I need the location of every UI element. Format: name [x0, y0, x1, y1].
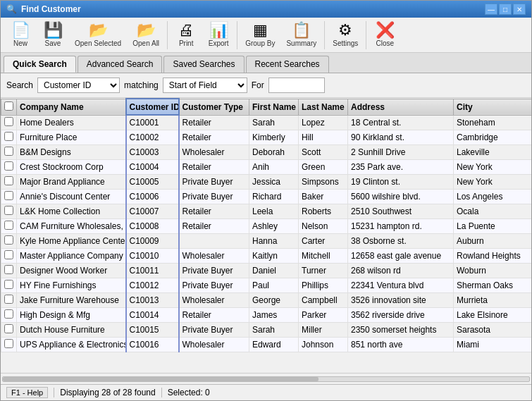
table-row[interactable]: Kyle Home Appliance Center C10009 Hanna … — [1, 233, 532, 248]
row-checkbox-cell[interactable] — [1, 115, 17, 130]
row-checkbox[interactable] — [4, 176, 13, 185]
row-company: Furniture Place — [17, 130, 126, 144]
save-button[interactable]: 💾 Save — [37, 20, 68, 49]
row-checkbox-cell[interactable] — [1, 159, 17, 174]
row-checkbox-cell[interactable] — [1, 144, 17, 159]
table-row[interactable]: L&K Home Collection C10007 Retailer Leel… — [1, 204, 532, 218]
row-address: 38 Osborne st. — [348, 233, 454, 248]
table-row[interactable]: High Design & Mfg C10014 Retailer James … — [1, 307, 532, 322]
row-checkbox[interactable] — [4, 221, 13, 230]
horizontal-scrollbar[interactable] — [1, 373, 531, 384]
row-company: UPS Appliance & Electronics — [17, 337, 126, 352]
row-lastname: Baker — [299, 189, 348, 204]
table-row[interactable]: CAM Furniture Wholesales, Inc. C10008 Re… — [1, 218, 532, 233]
table-row[interactable]: Annie's Discount Center C10006 Private B… — [1, 189, 532, 204]
row-checkbox-cell[interactable] — [1, 337, 17, 352]
table-row[interactable]: Furniture Place C10002 Retailer Kimberly… — [1, 130, 532, 144]
table-row[interactable]: Designer Wood Worker C10011 Private Buye… — [1, 263, 532, 278]
table-row[interactable]: UPS Appliance & Electronics C10016 Whole… — [1, 337, 532, 352]
tab-recent-searches[interactable]: Recent Searches — [246, 56, 329, 73]
table-row[interactable]: HY Fine Furnishings C10012 Private Buyer… — [1, 278, 532, 292]
row-checkbox[interactable] — [4, 280, 13, 289]
row-city: Murrieta — [454, 292, 532, 307]
row-checkbox-cell[interactable] — [1, 130, 17, 144]
table-row[interactable]: Home Dealers C10001 Retailer Sarah Lopez… — [1, 115, 532, 130]
open-selected-button[interactable]: 📂 Open Selected — [70, 20, 126, 49]
group-by-button[interactable]: ▦ Group By — [240, 20, 280, 49]
row-firstname: James — [249, 307, 299, 322]
table-row[interactable]: B&M Designs C10003 Wholesaler Deborah Sc… — [1, 144, 532, 159]
minimize-button[interactable]: — — [485, 4, 497, 15]
new-button[interactable]: 📄 New — [5, 20, 36, 49]
row-checkbox[interactable] — [4, 235, 13, 245]
row-checkbox-cell[interactable] — [1, 278, 17, 292]
row-checkbox[interactable] — [4, 117, 13, 126]
table-row[interactable]: Dutch House Furniture C10015 Private Buy… — [1, 322, 532, 337]
row-checkbox[interactable] — [4, 191, 13, 200]
header-lastname[interactable]: Last Name — [299, 99, 348, 115]
matching-label: matching — [124, 80, 159, 90]
row-checkbox-cell[interactable] — [1, 248, 17, 263]
header-custid[interactable]: Customer ID — [126, 99, 179, 115]
title-bar: 🔍 Find Customer — □ ✕ — [1, 1, 531, 18]
row-checkbox[interactable] — [4, 265, 13, 274]
header-firstname[interactable]: First Name — [249, 99, 299, 115]
row-checkbox-cell[interactable] — [1, 307, 17, 322]
header-city[interactable]: City — [454, 99, 532, 115]
row-city: Woburn — [454, 263, 532, 278]
new-icon: 📄 — [11, 23, 30, 38]
settings-button[interactable]: ⚙ Settings — [328, 20, 363, 49]
row-checkbox[interactable] — [4, 295, 13, 304]
search-input[interactable] — [268, 78, 325, 93]
tab-saved-searches[interactable]: Saved Searches — [163, 56, 244, 73]
row-checkbox[interactable] — [4, 250, 13, 259]
row-city: New York — [454, 159, 532, 174]
row-lastname: Hill — [299, 130, 348, 144]
row-checkbox-cell[interactable] — [1, 174, 17, 189]
row-checkbox[interactable] — [4, 324, 13, 333]
tab-quick-search[interactable]: Quick Search — [4, 56, 76, 73]
match-type-select[interactable]: Start of Field Contains Exact Match — [163, 78, 247, 93]
table-row[interactable]: Major Brand Appliance C10005 Private Buy… — [1, 174, 532, 189]
row-checkbox-cell[interactable] — [1, 189, 17, 204]
select-all-checkbox[interactable] — [4, 101, 13, 111]
row-checkbox[interactable] — [4, 161, 13, 171]
close-window-button[interactable]: ❌ Close — [369, 20, 400, 49]
row-checkbox[interactable] — [4, 339, 13, 348]
tab-advanced-search[interactable]: Advanced Search — [78, 56, 163, 73]
print-button[interactable]: 🖨 Print — [171, 20, 202, 49]
row-custtype: Private Buyer — [179, 322, 249, 337]
search-field-select[interactable]: Customer ID Company Name First Name Last… — [37, 78, 120, 93]
close-button[interactable]: ✕ — [513, 4, 526, 15]
group-by-label: Group By — [245, 39, 275, 47]
table-row[interactable]: Master Appliance Company C10010 Wholesal… — [1, 248, 532, 263]
header-address[interactable]: Address — [348, 99, 454, 115]
results-table-area[interactable]: Company Name Customer ID Customer Type F… — [1, 98, 531, 373]
export-button[interactable]: 📊 Export — [203, 20, 234, 49]
summary-button[interactable]: 📋 Summary — [281, 20, 321, 49]
row-lastname: Parker — [299, 307, 348, 322]
row-custid: C10011 — [126, 263, 179, 278]
header-company[interactable]: Company Name — [17, 99, 126, 115]
row-checkbox-cell[interactable] — [1, 263, 17, 278]
row-checkbox[interactable] — [4, 206, 13, 215]
maximize-button[interactable]: □ — [499, 4, 512, 15]
table-row[interactable]: Crest Stockroom Corp C10004 Retailer Ani… — [1, 159, 532, 174]
header-checkbox[interactable] — [1, 99, 17, 115]
row-address: 3526 innovation site — [348, 292, 454, 307]
row-checkbox-cell[interactable] — [1, 322, 17, 337]
table-row[interactable]: Jake Furniture Warehouse C10013 Wholesal… — [1, 292, 532, 307]
open-all-button[interactable]: 📂 Open All — [128, 20, 164, 49]
row-custtype: Retailer — [179, 218, 249, 233]
row-checkbox-cell[interactable] — [1, 233, 17, 248]
row-custid: C10014 — [126, 307, 179, 322]
row-checkbox-cell[interactable] — [1, 218, 17, 233]
row-custtype: Retailer — [179, 159, 249, 174]
row-checkbox[interactable] — [4, 309, 13, 319]
row-checkbox-cell[interactable] — [1, 204, 17, 218]
selected-count: Selected: 0 — [168, 388, 210, 397]
header-custtype[interactable]: Customer Type — [179, 99, 249, 115]
row-checkbox-cell[interactable] — [1, 292, 17, 307]
row-checkbox[interactable] — [4, 132, 13, 141]
row-checkbox[interactable] — [4, 147, 13, 156]
